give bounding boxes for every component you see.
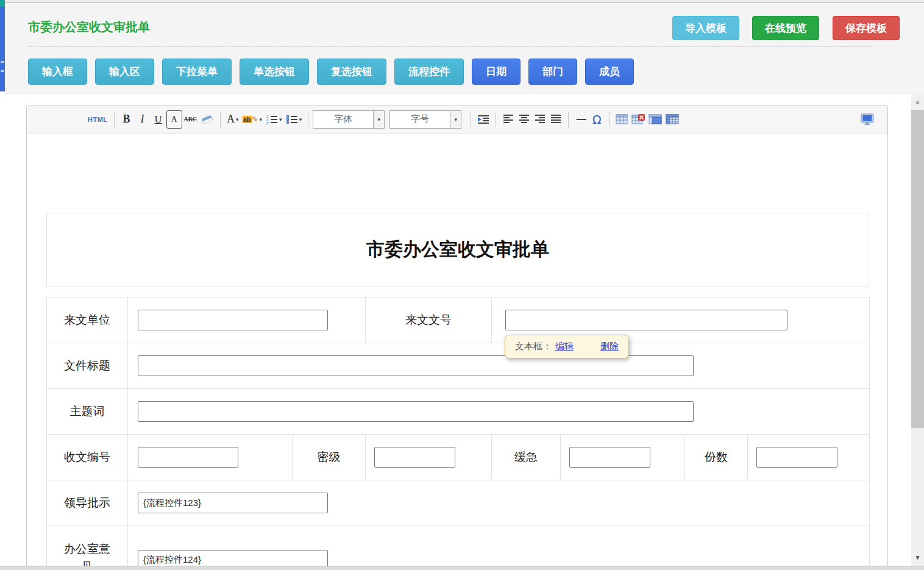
doc-title-input[interactable] bbox=[138, 355, 694, 376]
font-size-value: 字号 bbox=[390, 111, 450, 128]
edit-link[interactable]: 编辑 bbox=[555, 341, 574, 352]
underline-button[interactable]: U bbox=[151, 110, 166, 129]
align-right-icon bbox=[535, 114, 546, 124]
table-grid-icon bbox=[666, 114, 679, 124]
horizontal-rule-button[interactable]: — bbox=[573, 110, 589, 129]
control-button-input-box[interactable]: 输入框 bbox=[28, 59, 87, 85]
align-center-button[interactable] bbox=[516, 110, 532, 129]
header-panel: 市委办公室收文审批单 导入模板 在线预览 保存模板 输入框 输入区 下拉菜单 单… bbox=[5, 3, 924, 94]
font-family-select[interactable]: 字体 ▾ bbox=[313, 110, 385, 129]
align-left-button[interactable] bbox=[500, 110, 516, 129]
toolbar-separator bbox=[471, 112, 471, 127]
left-strip-mark bbox=[1, 70, 4, 72]
strikethrough-button[interactable]: ABC bbox=[182, 110, 199, 129]
table-row: 文件标题 bbox=[47, 343, 870, 389]
delete-table-icon bbox=[631, 114, 645, 124]
control-button-checkbox[interactable]: 复选按钮 bbox=[317, 59, 386, 85]
header-divider bbox=[27, 46, 872, 47]
delete-link[interactable]: 删除 bbox=[600, 341, 619, 352]
eraser-icon bbox=[201, 114, 214, 124]
ordered-list-button[interactable]: 123 ▾ bbox=[264, 110, 284, 129]
editor-toolbar: HTML B I U A ABC A ▾ ab ✎ ▾ bbox=[27, 105, 887, 134]
font-size-select[interactable]: 字号 ▾ bbox=[389, 110, 461, 129]
scroll-up-icon[interactable]: ▲ bbox=[911, 98, 924, 105]
table-row: 领导批示 bbox=[47, 480, 870, 526]
toolbar-separator bbox=[496, 112, 496, 127]
special-char-button[interactable]: Ω bbox=[589, 110, 605, 129]
control-button-textarea[interactable]: 输入区 bbox=[95, 59, 154, 85]
control-button-flow-control[interactable]: 流程控件 bbox=[394, 59, 464, 85]
control-button-department[interactable]: 部门 bbox=[528, 59, 577, 85]
scroll-down-icon[interactable]: ▼ bbox=[911, 554, 924, 561]
font-color-button[interactable]: A ▾ bbox=[225, 110, 241, 129]
highlight-color-button[interactable]: ab ✎ ▾ bbox=[241, 110, 264, 129]
left-strip-mark bbox=[1, 61, 4, 63]
toolbar-separator bbox=[609, 112, 609, 127]
toolbar-separator bbox=[568, 112, 569, 127]
caret-down-icon: ▾ bbox=[450, 111, 461, 128]
fullscreen-button[interactable] bbox=[858, 110, 876, 129]
pencil-icon: ✎ bbox=[252, 115, 258, 124]
label-leader-comment: 领导批示 bbox=[47, 480, 128, 526]
indent-button[interactable] bbox=[475, 110, 491, 129]
align-justify-button[interactable] bbox=[548, 110, 564, 129]
copies-input[interactable] bbox=[756, 447, 837, 468]
vertical-scrollbar[interactable]: ▲ ▼ bbox=[911, 94, 924, 566]
delete-table-button[interactable] bbox=[630, 110, 647, 129]
char-style-button[interactable]: A bbox=[166, 110, 182, 129]
unordered-list-icon bbox=[286, 114, 298, 124]
align-right-button[interactable] bbox=[532, 110, 548, 129]
leader-comment-input[interactable] bbox=[138, 493, 328, 513]
italic-button[interactable]: I bbox=[135, 110, 151, 129]
control-button-dropdown[interactable]: 下拉菜单 bbox=[162, 59, 232, 85]
horizontal-scrollbar[interactable] bbox=[0, 566, 924, 570]
secrecy-input[interactable] bbox=[374, 447, 455, 468]
label-receipt-number: 收文编号 bbox=[47, 435, 128, 480]
online-preview-button[interactable]: 在线预览 bbox=[752, 16, 819, 40]
align-left-icon bbox=[503, 114, 514, 124]
form-title-cell: 市委办公室收文审批单 bbox=[46, 213, 869, 287]
import-template-button[interactable]: 导入模板 bbox=[672, 16, 739, 40]
table-cell-props-button[interactable] bbox=[647, 110, 664, 129]
insert-table-button[interactable] bbox=[614, 110, 630, 129]
font-family-value: 字体 bbox=[313, 111, 373, 128]
toolbar-separator bbox=[114, 112, 115, 127]
align-justify-icon bbox=[550, 114, 561, 124]
save-template-button[interactable]: 保存模板 bbox=[833, 16, 900, 40]
keywords-input[interactable] bbox=[138, 401, 694, 422]
form-table: 来文单位 来文文号 文件标题 主题词 收文编号 密级 缓急 份数 bbox=[46, 297, 870, 570]
source-unit-input[interactable] bbox=[138, 310, 328, 330]
caret-down-icon: ▾ bbox=[373, 111, 384, 128]
left-window-strip bbox=[0, 0, 5, 91]
caret-down-icon: ▾ bbox=[236, 116, 239, 123]
fullscreen-monitor-icon bbox=[860, 113, 875, 126]
control-button-radio[interactable]: 单选按钮 bbox=[240, 59, 309, 85]
doc-number-input[interactable] bbox=[505, 310, 787, 330]
tooltip-label: 文本框： bbox=[515, 341, 552, 352]
table-grid-button[interactable] bbox=[664, 110, 681, 129]
html-source-button[interactable]: HTML bbox=[86, 110, 110, 129]
scrollbar-thumb[interactable] bbox=[911, 110, 924, 428]
control-button-member[interactable]: 成员 bbox=[585, 59, 634, 85]
svg-text:3: 3 bbox=[266, 121, 269, 124]
table-icon bbox=[616, 114, 628, 124]
toolbar-separator bbox=[308, 112, 308, 127]
remove-format-button[interactable] bbox=[199, 110, 216, 129]
urgency-input[interactable] bbox=[569, 447, 650, 468]
receipt-number-input[interactable] bbox=[138, 447, 238, 468]
toolbar-separator bbox=[220, 112, 221, 127]
textbox-control-tooltip: 文本框： 编辑 删除 bbox=[505, 335, 629, 358]
label-doc-title: 文件标题 bbox=[47, 343, 128, 389]
label-doc-number: 来文文号 bbox=[366, 297, 492, 343]
caret-down-icon: ▾ bbox=[279, 116, 282, 123]
ordered-list-icon: 123 bbox=[266, 114, 278, 124]
control-button-row: 输入框 输入区 下拉菜单 单选按钮 复选按钮 流程控件 日期 部门 成员 bbox=[28, 59, 634, 85]
unordered-list-button[interactable]: ▾ bbox=[284, 110, 304, 129]
editor-canvas[interactable]: 市委办公室收文审批单 来文单位 来文文号 文件标题 主题词 收文编 bbox=[27, 213, 887, 570]
label-source-unit: 来文单位 bbox=[47, 297, 128, 343]
table-cell-icon bbox=[649, 114, 662, 124]
bold-button[interactable]: B bbox=[119, 110, 135, 129]
align-center-icon bbox=[519, 114, 530, 124]
font-color-glyph: A bbox=[227, 113, 235, 126]
control-button-date[interactable]: 日期 bbox=[472, 59, 521, 85]
